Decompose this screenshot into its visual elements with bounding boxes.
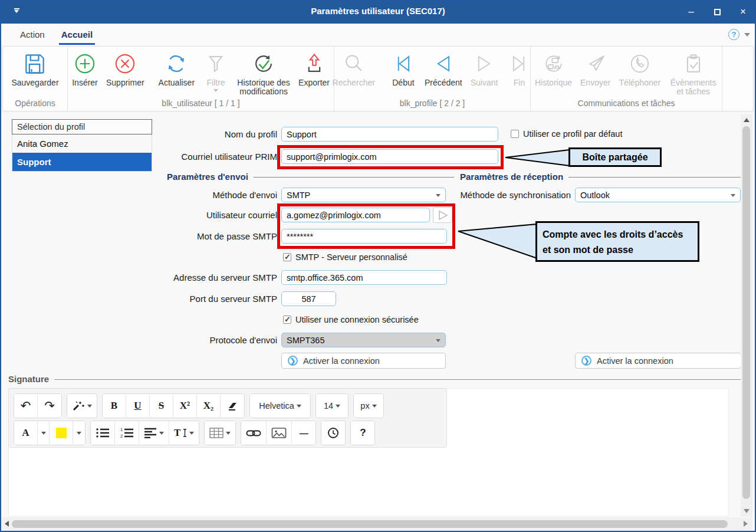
magic-style-button[interactable]: [67, 394, 97, 418]
horizontal-scrollbar[interactable]: [1, 517, 752, 531]
delete-button[interactable]: Supprimer: [102, 50, 149, 87]
align-button[interactable]: [139, 421, 169, 445]
chevron-down-icon: [436, 339, 441, 342]
chevron-down-icon: [731, 194, 735, 197]
next-record-button[interactable]: Suivant: [466, 50, 502, 87]
adresse-smtp-label: Adresse du serveur SMTP: [142, 272, 277, 283]
methode-envoi-label: Méthode d'envoi: [142, 190, 277, 200]
undo-button[interactable]: ↶: [14, 394, 38, 418]
maximize-button[interactable]: [704, 0, 730, 24]
svg-text:1: 1: [120, 427, 123, 432]
maximize-icon: [714, 9, 721, 15]
minimize-button[interactable]: –: [678, 0, 704, 24]
protocole-envoi-combobox[interactable]: SMPT365: [281, 333, 446, 347]
history-check-icon: [251, 50, 277, 78]
vertical-scrollbar-thumb[interactable]: [742, 126, 750, 499]
numbered-list-button[interactable]: 1 2: [115, 421, 139, 445]
link-button[interactable]: [241, 421, 267, 445]
font-color-dropdown[interactable]: [38, 421, 50, 445]
search-button[interactable]: Rechercher: [328, 50, 379, 87]
time-button[interactable]: [321, 421, 345, 445]
utilisateur-courriel-input[interactable]: a.gomez@primlogix.com: [281, 208, 430, 222]
save-button[interactable]: Sauvegarder: [7, 50, 63, 87]
highlight-color-button[interactable]: [50, 421, 73, 445]
superscript-button[interactable]: X²: [173, 394, 197, 418]
strikethrough-button[interactable]: S: [150, 394, 173, 418]
font-color-button[interactable]: A: [14, 421, 38, 445]
scroll-right-icon[interactable]: [744, 521, 748, 527]
adresse-smtp-input[interactable]: smtp.office.365.com: [281, 270, 447, 285]
phone-button[interactable]: Téléphoner: [614, 50, 665, 87]
app-window: Paramètres utilisateur (SEC017) – × Acti…: [0, 0, 756, 532]
mot-de-passe-label: Mot de passe SMTP: [142, 231, 277, 241]
highlight-color-dropdown[interactable]: [73, 421, 85, 445]
tab-accueil[interactable]: Accueil: [53, 24, 101, 45]
tab-action[interactable]: Action: [12, 24, 53, 45]
numbered-list-icon: 1 2: [120, 427, 134, 439]
image-button[interactable]: [267, 421, 292, 445]
activate-connection-button-send[interactable]: ❯ Activer la connexion: [281, 353, 446, 369]
ribbon-group-communications: Historique Envoyer: [531, 47, 722, 111]
collapse-ribbon-icon[interactable]: [744, 33, 750, 37]
test-send-button[interactable]: [433, 207, 452, 223]
titlebar: Paramètres utilisateur (SEC017) – ×: [0, 0, 756, 24]
font-family-dropdown[interactable]: Helvetica: [250, 394, 310, 418]
send-mail-button[interactable]: Envoyer: [576, 50, 614, 87]
filter-button[interactable]: Filtre: [199, 50, 233, 92]
delete-icon: [112, 50, 138, 78]
font-size-dropdown[interactable]: 14: [316, 394, 348, 418]
subscript-button[interactable]: X₂: [197, 394, 221, 418]
activate-connection-button-receive[interactable]: ❯ Activer la connexion: [575, 353, 741, 369]
list-item-profile[interactable]: Anita Gomez: [12, 134, 152, 153]
export-icon: [301, 50, 327, 78]
checkbox-icon: [511, 130, 519, 138]
scroll-left-icon[interactable]: [5, 521, 9, 527]
refresh-icon: [163, 50, 189, 78]
editor-help-button[interactable]: ?: [351, 421, 374, 445]
history-modifications-button[interactable]: Historique des modifications: [233, 50, 294, 97]
close-button[interactable]: ×: [730, 0, 756, 24]
redo-button[interactable]: ↷: [38, 394, 61, 418]
table-icon: [209, 428, 223, 438]
default-profile-checkbox[interactable]: Utiliser ce profil par défaut: [511, 129, 622, 139]
insert-icon: [72, 50, 98, 78]
help-icon[interactable]: ?: [728, 29, 739, 40]
chevron-down-icon: [226, 432, 231, 435]
insert-button[interactable]: Insérer: [68, 50, 102, 87]
bullet-list-button[interactable]: [91, 421, 115, 445]
table-button[interactable]: [205, 421, 235, 445]
horizontal-scrollbar-thumb[interactable]: [12, 520, 728, 528]
comm-history-button[interactable]: Historique: [531, 50, 576, 87]
scroll-down-icon[interactable]: [744, 509, 750, 513]
font-unit-dropdown[interactable]: px: [354, 394, 383, 418]
list-item-profile-selected[interactable]: Support: [12, 153, 152, 171]
vertical-scrollbar[interactable]: [741, 114, 752, 517]
first-record-button[interactable]: Début: [386, 50, 420, 87]
mot-de-passe-input[interactable]: ********: [281, 229, 447, 244]
previous-record-button[interactable]: Précédent: [420, 50, 466, 87]
profile-list: Anita Gomez Support: [12, 134, 152, 172]
methode-sync-combobox[interactable]: Outlook: [575, 188, 741, 202]
chevron-down-icon: [297, 405, 301, 408]
refresh-button[interactable]: Actualiser: [155, 50, 199, 87]
clipboard-check-icon: [681, 50, 706, 78]
secure-connection-checkbox[interactable]: Utiliser une connexion sécurisée: [283, 315, 419, 324]
underline-button[interactable]: U: [126, 394, 150, 418]
nom-du-profil-input[interactable]: Support: [281, 127, 498, 142]
courriel-prim-input[interactable]: support@primlogix.com: [281, 149, 498, 164]
chevron-down-icon: [159, 432, 164, 435]
eraser-button[interactable]: [221, 394, 244, 418]
methode-envoi-combobox[interactable]: SMTP: [281, 188, 446, 202]
events-tasks-button[interactable]: Évènements et tâches: [665, 50, 722, 97]
smtp-custom-checkbox[interactable]: SMTP - Serveur personnalisé: [283, 252, 407, 262]
profile-list-header: Sélection du profil: [12, 119, 152, 134]
ribbon: Sauvegarder Opérations Insérer: [0, 45, 756, 113]
bold-button[interactable]: B: [103, 394, 126, 418]
eraser-icon: [227, 400, 238, 411]
magic-wand-icon: [72, 400, 85, 412]
scroll-up-icon[interactable]: [744, 118, 750, 122]
signature-section-header: Signature: [8, 374, 742, 384]
paragraph-style-button[interactable]: T: [169, 421, 199, 445]
horizontal-rule-button[interactable]: —: [292, 421, 315, 445]
port-smtp-input[interactable]: 587: [281, 291, 336, 306]
